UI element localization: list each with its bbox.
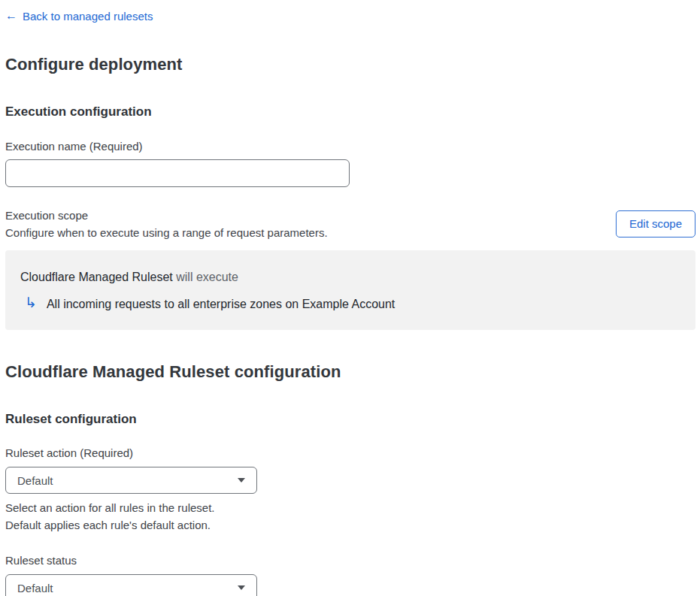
ruleset-action-help: Select an action for all rules in the ru… <box>5 499 695 534</box>
ruleset-configuration-title: Cloudflare Managed Ruleset configuration <box>5 362 695 382</box>
execution-scope-text: Execution scope Configure when to execut… <box>5 207 328 241</box>
configure-deployment-page: ← Back to managed rulesets Configure dep… <box>0 0 700 596</box>
edit-scope-button[interactable]: Edit scope <box>616 210 695 237</box>
execution-name-label: Execution name (Required) <box>5 140 695 153</box>
scope-summary-headline: Cloudflare Managed Ruleset will execute <box>20 271 680 284</box>
ruleset-status-select[interactable]: Default <box>5 574 257 596</box>
ruleset-status-label: Ruleset status <box>5 554 695 567</box>
ruleset-action-help-line-1: Select an action for all rules in the ru… <box>5 499 695 516</box>
scope-summary-detail-row: ↳ All incoming requests to all enterpris… <box>20 297 680 311</box>
ruleset-configuration-heading: Ruleset configuration <box>5 412 695 427</box>
ruleset-status-value: Default <box>17 582 53 594</box>
ruleset-action-help-line-2: Default applies each rule's default acti… <box>5 516 695 534</box>
ruleset-action-label: Ruleset action (Required) <box>5 446 695 459</box>
ruleset-action-select[interactable]: Default <box>5 467 257 494</box>
back-arrow-icon: ← <box>5 10 17 22</box>
chevron-down-icon <box>238 478 245 483</box>
branch-arrow-icon: ↳ <box>25 295 37 310</box>
page-title: Configure deployment <box>5 55 695 74</box>
execution-scope-label: Execution scope <box>5 207 328 224</box>
back-link[interactable]: ← Back to managed rulesets <box>5 10 153 23</box>
ruleset-action-value: Default <box>17 474 53 487</box>
execution-scope-description: Configure when to execute using a range … <box>5 224 328 241</box>
execution-name-input[interactable] <box>5 159 350 187</box>
scope-summary-detail: All incoming requests to all enterprise … <box>47 298 395 311</box>
scope-summary-box: Cloudflare Managed Ruleset will execute … <box>5 250 695 330</box>
execution-configuration-heading: Execution configuration <box>5 104 695 120</box>
chevron-down-icon <box>238 585 245 590</box>
execution-scope-row: Execution scope Configure when to execut… <box>5 207 695 241</box>
scope-ruleset-name: Cloudflare Managed Ruleset <box>20 271 173 283</box>
scope-action-text: will execute <box>176 271 238 283</box>
back-link-label: Back to managed rulesets <box>23 10 153 23</box>
